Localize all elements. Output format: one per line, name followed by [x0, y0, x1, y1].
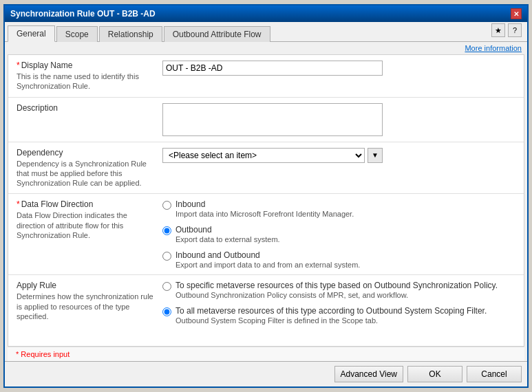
tab-outbound[interactable]: Outbound Attribute Flow — [164, 26, 270, 42]
dependency-label-col: Dependency Dependency is a Synchronizati… — [17, 148, 154, 188]
more-info-bar: More information — [5, 42, 527, 54]
data-flow-outbound-radio[interactable] — [162, 226, 171, 235]
apply-rule-section: Apply Rule Determines how the synchroniz… — [8, 275, 524, 330]
tab-general[interactable]: General — [8, 25, 55, 42]
display-name-input-col — [162, 61, 515, 91]
requires-input-text: * Requires input — [16, 350, 70, 358]
data-flow-outbound-item: Outbound Export data to external system. — [162, 225, 515, 243]
display-name-input[interactable] — [162, 61, 383, 76]
tab-scope[interactable]: Scope — [56, 26, 98, 42]
close-button[interactable]: ✕ — [511, 8, 522, 19]
display-name-desc: This is the name used to identify this S… — [17, 72, 154, 91]
display-name-section: *Display Name This is the name used to i… — [8, 55, 524, 98]
data-flow-outbound-desc: Export data to external system. — [175, 235, 280, 243]
dependency-label: Dependency — [17, 148, 154, 157]
dependency-desc: Dependency is a Synchronization Rule tha… — [17, 159, 154, 188]
display-name-required: * — [17, 61, 20, 70]
data-flow-inbound-radio[interactable] — [162, 201, 171, 210]
title-bar: Synchronization Rule OUT - B2B -AD ✕ — [5, 6, 527, 22]
display-name-label: *Display Name — [17, 61, 154, 70]
data-flow-outbound-label: Outbound — [175, 225, 280, 235]
apply-rule-specific-label: To specific metaverse resources of this … — [175, 281, 498, 290]
apply-rule-all-desc: Outbound System Scoping Filter is define… — [175, 316, 487, 325]
apply-rule-label-col: Apply Rule Determines how the synchroniz… — [17, 281, 154, 325]
dependency-select-wrapper: <Please select an item> ▼ — [162, 148, 383, 163]
data-flow-both-item: Inbound and Outbound Export and import d… — [162, 250, 515, 269]
dependency-select[interactable]: <Please select an item> — [162, 148, 365, 163]
description-input[interactable] — [162, 103, 383, 136]
display-name-label-col: *Display Name This is the name used to i… — [17, 61, 154, 91]
dependency-section: Dependency Dependency is a Synchronizati… — [8, 142, 524, 195]
apply-rule-specific-desc: Outbound Synchronization Policy consists… — [175, 291, 498, 299]
data-flow-both-desc: Export and import data to and from an ex… — [175, 261, 360, 269]
description-label: Description — [17, 103, 154, 113]
help-icon[interactable]: ? — [508, 23, 522, 37]
data-flow-radio-group: Inbound Import data into Microsoft Foref… — [162, 199, 515, 269]
apply-rule-all-item: To all metaverse resources of this type … — [162, 306, 515, 325]
cancel-button[interactable]: Cancel — [467, 366, 522, 382]
data-flow-both-radio[interactable] — [162, 252, 171, 261]
data-flow-section: *Data Flow Direction Data Flow Direction… — [8, 194, 524, 275]
content-area: *Display Name This is the name used to i… — [8, 54, 524, 347]
apply-rule-specific-radio[interactable] — [162, 282, 171, 291]
description-label-col: Description — [17, 103, 154, 136]
data-flow-input-col: Inbound Import data into Microsoft Foref… — [162, 199, 515, 269]
dependency-input-col: <Please select an item> ▼ — [162, 148, 515, 188]
apply-rule-specific-item: To specific metaverse resources of this … — [162, 281, 515, 299]
data-flow-inbound-label: Inbound — [175, 199, 354, 209]
requires-input-label: * Requires input — [8, 347, 524, 361]
ok-button[interactable]: OK — [407, 366, 462, 382]
tabs-container: General Scope Relationship Outbound Attr… — [5, 22, 527, 42]
data-flow-desc: Data Flow Direction indicates the direct… — [17, 210, 154, 240]
more-information-link[interactable]: More information — [465, 44, 522, 52]
footer-bar: Advanced View OK Cancel — [5, 361, 527, 386]
main-window: Synchronization Rule OUT - B2B -AD ✕ Gen… — [3, 4, 529, 388]
data-flow-inbound-desc: Import data into Microsoft Forefront Ide… — [175, 210, 354, 218]
data-flow-label-col: *Data Flow Direction Data Flow Direction… — [17, 199, 154, 269]
advanced-view-button[interactable]: Advanced View — [334, 366, 404, 382]
apply-rule-all-radio[interactable] — [162, 307, 171, 316]
data-flow-label: *Data Flow Direction — [17, 199, 154, 209]
data-flow-both-label: Inbound and Outbound — [175, 250, 360, 260]
star-icon[interactable]: ★ — [491, 23, 505, 37]
apply-rule-desc: Determines how the synchronization rule … — [17, 292, 154, 321]
apply-rule-radio-group: To specific metaverse resources of this … — [162, 281, 515, 325]
tab-relationship[interactable]: Relationship — [99, 26, 162, 42]
apply-rule-label: Apply Rule — [17, 281, 154, 290]
dependency-dropdown-btn[interactable]: ▼ — [368, 148, 383, 163]
apply-rule-input-col: To specific metaverse resources of this … — [162, 281, 515, 325]
apply-rule-all-label: To all metaverse resources of this type … — [175, 306, 487, 316]
data-flow-required: * — [17, 199, 20, 209]
description-section: Description — [8, 98, 524, 142]
window-title: Synchronization Rule OUT - B2B -AD — [10, 9, 156, 19]
data-flow-inbound-item: Inbound Import data into Microsoft Foref… — [162, 199, 515, 218]
description-input-col — [162, 103, 515, 136]
